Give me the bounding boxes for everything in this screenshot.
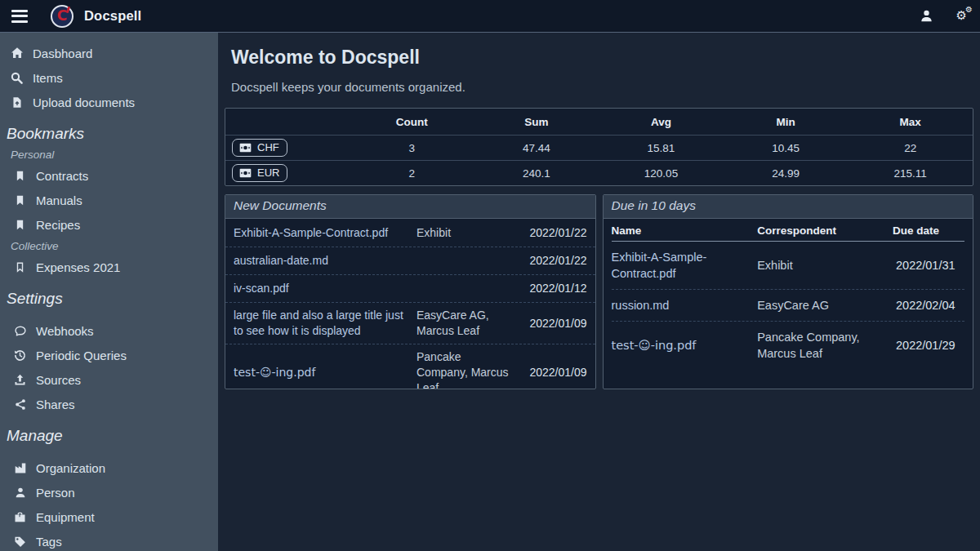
stat-value: 240.1 xyxy=(474,160,599,185)
equipment-icon xyxy=(13,511,27,523)
share-icon xyxy=(13,398,27,411)
user-icon[interactable] xyxy=(920,9,933,23)
table-row: EUR xyxy=(225,160,350,185)
correspondent: EasyCare AG, Marcus Leaf xyxy=(416,308,515,339)
sidebar-item-recipes[interactable]: Recipes xyxy=(10,212,210,237)
sidebar-item-sources[interactable]: Sources xyxy=(10,367,210,392)
document-link[interactable]: russion.md xyxy=(612,297,753,313)
sidebar-item-label: Expenses 2021 xyxy=(36,260,120,274)
field-stats-table: Count Sum Avg Min Max CHF 3 47.44 15.81 … xyxy=(225,108,973,186)
page-title: Welcome to Docspell xyxy=(231,47,973,69)
sidebar-item-tags[interactable]: Tags xyxy=(10,529,210,551)
stats-col-avg: Avg xyxy=(599,109,724,135)
cogs-icon[interactable]: ⚙⚙ xyxy=(956,10,967,22)
manage-heading: Manage xyxy=(7,427,210,445)
sidebar-item-person[interactable]: Person xyxy=(10,480,210,504)
document-link[interactable]: iv-scan.pdf xyxy=(234,281,410,296)
bookmark-filled-icon xyxy=(13,170,27,182)
sidebar-item-periodic-queries[interactable]: Periodic Queries xyxy=(10,343,210,367)
sidebar-item-label: Sources xyxy=(36,373,81,387)
history-icon xyxy=(13,349,27,362)
comment-icon xyxy=(13,325,27,337)
sidebar-item-equipment[interactable]: Equipment xyxy=(10,504,210,529)
list-item: australian-date.md 2022/01/22 xyxy=(225,247,595,274)
stat-value: 22 xyxy=(848,135,973,160)
due-col-correspondent: Correspondent xyxy=(757,224,888,237)
due-date: 2022/02/04 xyxy=(893,297,964,313)
table-row: russion.md EasyCare AG 2022/02/04 xyxy=(612,289,965,321)
new-documents-panel: New Documents Exhibit-A-Sample-Contract.… xyxy=(225,194,596,389)
sidebar-item-label: Webhooks xyxy=(36,324,94,338)
menu-icon[interactable] xyxy=(10,9,29,24)
panel-title: Due in 10 days xyxy=(604,195,973,219)
app-title: Docspell xyxy=(84,8,141,24)
search-icon xyxy=(10,72,24,84)
stats-col-count: Count xyxy=(350,109,474,135)
document-link[interactable]: test-☺-ing.pdf xyxy=(612,337,753,353)
sidebar-item-label: Dasbhoard xyxy=(33,47,92,60)
stats-col-sum: Sum xyxy=(474,109,599,135)
document-date: 2022/01/09 xyxy=(522,365,587,380)
sidebar-item-label: Contracts xyxy=(36,169,88,183)
document-date: 2022/01/09 xyxy=(522,316,587,331)
currency-badge: EUR xyxy=(232,164,287,182)
bookmark-outline-icon xyxy=(13,261,27,273)
settings-heading: Settings xyxy=(7,290,210,308)
due-panel: Due in 10 days Name Correspondent Due da… xyxy=(603,194,974,389)
sidebar-item-label: Periodic Queries xyxy=(36,349,127,362)
file-upload-icon xyxy=(10,96,24,109)
sidebar-item-shares[interactable]: Shares xyxy=(10,392,210,416)
correspondent: EasyCare AG xyxy=(757,297,888,313)
document-link[interactable]: Exhibit-A-Sample-Contract.pdf xyxy=(234,225,410,241)
sidebar-item-label: Equipment xyxy=(36,510,95,524)
stat-value: 2 xyxy=(350,160,474,185)
stat-value: 47.44 xyxy=(474,135,599,160)
app-logo: C xyxy=(51,5,74,28)
sidebar-item-organization[interactable]: Organization xyxy=(10,455,210,480)
main-content: Welcome to Docspell Docspell keeps your … xyxy=(218,33,980,551)
person-icon xyxy=(13,487,27,499)
sidebar-item-label: Shares xyxy=(36,398,75,411)
sidebar-item-label: Person xyxy=(36,486,75,500)
document-link[interactable]: australian-date.md xyxy=(234,253,410,269)
stats-col-max: Max xyxy=(848,109,973,135)
sidebar-item-items[interactable]: Items xyxy=(10,65,210,90)
sidebar-item-contracts[interactable]: Contracts xyxy=(10,163,210,188)
sidebar-item-label: Upload documents xyxy=(33,96,135,109)
list-item: Exhibit-A-Sample-Contract.pdf Exhibit 20… xyxy=(225,219,595,247)
stats-col-empty xyxy=(225,109,350,135)
stat-value: 120.05 xyxy=(599,160,724,185)
money-bill-icon xyxy=(239,168,252,178)
sidebar-item-expenses-2021[interactable]: Expenses 2021 xyxy=(10,255,210,279)
currency-badge: CHF xyxy=(232,139,287,157)
document-date: 2022/01/12 xyxy=(522,281,587,296)
bookmarks-personal-heading: Personal xyxy=(11,149,210,161)
document-link[interactable]: Exhibit-A-Sample-Contract.pdf xyxy=(612,249,753,282)
home-icon xyxy=(10,47,24,60)
industry-icon xyxy=(13,462,27,474)
sidebar-item-manuals[interactable]: Manuals xyxy=(10,188,210,212)
sidebar-item-label: Manuals xyxy=(36,193,82,207)
sidebar-item-webhooks[interactable]: Webhooks xyxy=(10,318,210,343)
stats-col-min: Min xyxy=(724,109,849,135)
tags-icon xyxy=(13,535,27,548)
correspondent: Pancake Company, Marcus Leaf xyxy=(757,329,888,362)
document-date: 2022/01/22 xyxy=(522,253,587,269)
topbar-actions: ⚙⚙ xyxy=(920,9,967,23)
stat-value: 215.11 xyxy=(848,160,973,185)
sidebar-item-label: Organization xyxy=(36,461,105,475)
bookmarks-collective-heading: Collective xyxy=(11,240,210,252)
sidebar-item-upload-documents[interactable]: Upload documents xyxy=(10,90,210,114)
due-date: 2022/01/31 xyxy=(893,257,964,273)
sidebar-item-dashboard[interactable]: Dasbhoard xyxy=(10,41,210,65)
document-link[interactable]: test-☺-ing.pdf xyxy=(234,365,410,380)
document-link[interactable]: large file and also a large title just t… xyxy=(234,308,410,339)
stat-value: 3 xyxy=(350,135,474,160)
upload-icon xyxy=(13,374,27,386)
table-row: CHF xyxy=(225,135,350,160)
bookmark-filled-icon xyxy=(13,219,27,231)
sidebar: Dasbhoard Items Upload documents Bookmar… xyxy=(0,33,218,551)
list-item: iv-scan.pdf 2022/01/12 xyxy=(225,274,595,302)
due-col-name: Name xyxy=(612,224,753,237)
list-item: large file and also a large title just t… xyxy=(225,302,595,344)
